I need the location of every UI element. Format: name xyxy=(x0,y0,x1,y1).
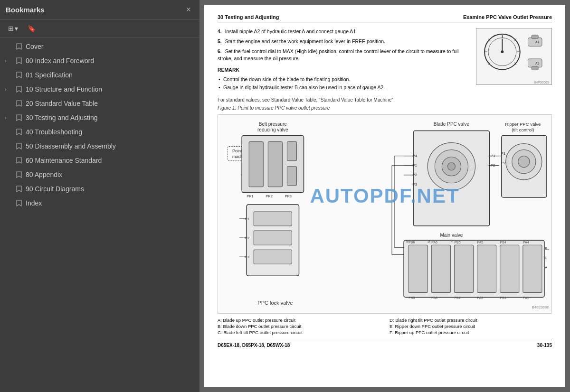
main-content: AUTOPDF.NET 30 Testing and Adjusting Exa… xyxy=(200,0,570,392)
svg-rect-70 xyxy=(408,245,428,292)
svg-text:PA4: PA4 xyxy=(523,241,529,244)
steps-row: 4. Install nipple A2 of hydraulic tester… xyxy=(218,28,552,93)
bookmark-item-50-disassembly[interactable]: 50 Disassembly and Assembly xyxy=(0,139,200,153)
bookmarks-sidebar: Bookmarks × ⊞ ▾ 🔖 Cover›00 Index and For… xyxy=(0,0,200,392)
bookmark-icon: 🔖 xyxy=(28,25,36,32)
figure-ref: For standard values, see Standard Value … xyxy=(218,97,552,103)
close-button[interactable]: × xyxy=(183,4,194,16)
bookmark-leaf-icon xyxy=(15,72,23,78)
step-5: 5. Start the engine and set the work equ… xyxy=(218,38,469,46)
gauge-svg: A1 A2 84P30569 xyxy=(476,28,551,84)
svg-text:Main valve: Main valve xyxy=(440,233,463,238)
legend-item: E: Ripper down PPC outlet pressure circu… xyxy=(390,324,552,329)
bookmark-item-30-testing[interactable]: ›30 Testing and Adjusting xyxy=(0,111,200,125)
bookmark-leaf-icon xyxy=(15,157,23,164)
step-4: 4. Install nipple A2 of hydraulic tester… xyxy=(218,28,469,36)
step-4-text: Install nipple A2 of hydraulic tester A … xyxy=(225,28,357,34)
svg-text:Belt pressure: Belt pressure xyxy=(259,122,287,127)
remark-1: Control the down side of the blade to th… xyxy=(218,76,469,83)
svg-text:PA6: PA6 xyxy=(431,241,437,244)
bookmark-leaf-icon xyxy=(15,86,23,93)
footer-right: 30-135 xyxy=(537,343,552,348)
bookmark-label-60-maintenance: 60 Maintenance Standard xyxy=(26,157,196,164)
bookmark-item-20-standard[interactable]: 20 Standard Value Table xyxy=(0,96,200,111)
svg-text:C: C xyxy=(545,256,548,260)
svg-text:A1: A1 xyxy=(535,40,540,44)
expand-arrow-icon: › xyxy=(5,86,12,92)
svg-text:PB3: PB3 xyxy=(408,296,415,299)
svg-rect-71 xyxy=(431,245,450,292)
remark-2: Gauge in digital hydraulic tester B can … xyxy=(218,84,469,91)
bookmark-leaf-icon xyxy=(15,100,23,107)
svg-text:PR3: PR3 xyxy=(285,194,292,198)
svg-text:P2: P2 xyxy=(501,161,506,165)
svg-text:B4023690: B4023690 xyxy=(532,305,549,309)
bookmark-item-40-trouble[interactable]: 40 Troubleshooting xyxy=(0,125,200,139)
steps-text: 4. Install nipple A2 of hydraulic tester… xyxy=(218,28,469,93)
bookmark-leaf-icon xyxy=(15,143,23,149)
pdf-header-left: 30 Testing and Adjusting xyxy=(218,14,279,20)
svg-point-10 xyxy=(501,50,504,53)
step-5-num: 5. xyxy=(218,38,222,44)
svg-rect-12 xyxy=(532,35,538,39)
bookmark-label-20-standard: 20 Standard Value Table xyxy=(26,100,196,107)
figure-caption: Figure 1: Point to measure PPC valve out… xyxy=(218,105,552,111)
svg-text:PA2: PA2 xyxy=(477,296,484,299)
bookmark-label-80-appendix: 80 Appendix xyxy=(26,171,196,178)
bookmark-item-index[interactable]: Index xyxy=(0,196,200,210)
sidebar-toolbar: ⊞ ▾ 🔖 xyxy=(0,20,200,37)
expand-all-button[interactable]: ⊞ ▾ xyxy=(5,23,21,34)
svg-point-65 xyxy=(518,156,530,168)
svg-text:PPC lock valve: PPC lock valve xyxy=(257,300,293,306)
svg-text:E: E xyxy=(545,246,547,251)
svg-rect-20 xyxy=(254,212,292,226)
gauge-image: A1 A2 84P30569 xyxy=(476,28,552,85)
step-6-num: 6. xyxy=(218,48,222,54)
svg-text:PB6: PB6 xyxy=(408,241,415,244)
bookmark-item-01-spec[interactable]: 01 Specification xyxy=(0,68,200,82)
bookmark-label-01-spec: 01 Specification xyxy=(26,71,196,79)
bookmark-item-10-structure[interactable]: ›10 Structure and Function xyxy=(0,82,200,96)
svg-text:P3: P3 xyxy=(412,182,417,187)
svg-text:PB4: PB4 xyxy=(500,241,506,244)
step-4-num: 4. xyxy=(218,28,222,34)
bookmark-label-cover: Cover xyxy=(26,43,196,50)
bookmark-label-30-testing: 30 Testing and Adjusting xyxy=(26,114,196,121)
sidebar-title: Bookmarks xyxy=(6,6,45,14)
svg-text:PR1: PR1 xyxy=(247,194,254,198)
bookmark-item-00-index[interactable]: ›00 Index and Foreword xyxy=(0,54,200,68)
svg-rect-36 xyxy=(249,142,263,187)
hydraulic-diagram-svg: PPC lock valve P1 P2 P3 Point of machine xyxy=(218,115,551,313)
svg-rect-21 xyxy=(254,231,292,245)
footer-left: D65EX-18, D65PX-18, D65WX-18 xyxy=(218,343,290,348)
svg-text:PB2: PB2 xyxy=(454,296,460,299)
svg-rect-14 xyxy=(532,66,538,70)
step-6-text: Set the fuel control dial to MAX (High i… xyxy=(218,48,459,62)
step-6: 6. Set the fuel control dial to MAX (Hig… xyxy=(218,48,469,63)
svg-text:PA5: PA5 xyxy=(477,241,484,244)
bookmark-item-60-maintenance[interactable]: 60 Maintenance Standard xyxy=(0,153,200,168)
svg-text:Blade PPC valve: Blade PPC valve xyxy=(434,122,470,127)
bookmark-label-90-circuit: 90 Circuit Diagrams xyxy=(26,185,196,193)
svg-text:84P30569: 84P30569 xyxy=(534,81,549,84)
bookmark-item-80-appendix[interactable]: 80 Appendix xyxy=(0,168,200,182)
svg-text:(tilt control): (tilt control) xyxy=(512,128,534,133)
bookmark-leaf-icon xyxy=(15,186,23,192)
legend-area: A: Blade up PPC outlet pressure circuitD… xyxy=(218,317,552,335)
svg-rect-37 xyxy=(268,142,282,187)
legend-item: D: Blade right tilt PPC outlet pressure … xyxy=(390,317,552,323)
svg-text:PR2: PR2 xyxy=(266,194,273,198)
svg-text:PB5: PB5 xyxy=(454,241,460,244)
legend-item: A: Blade up PPC outlet pressure circuit xyxy=(218,317,380,323)
bookmark-item-cover[interactable]: Cover xyxy=(0,39,200,54)
bookmark-label-index: Index xyxy=(26,199,196,207)
bookmark-leaf-icon xyxy=(15,129,23,135)
bookmark-item-90-circuit[interactable]: 90 Circuit Diagrams xyxy=(0,182,200,196)
svg-text:A2: A2 xyxy=(535,62,540,65)
bookmark-leaf-icon xyxy=(15,200,23,206)
bookmark-options-button[interactable]: 🔖 xyxy=(24,23,39,34)
svg-rect-74 xyxy=(500,245,519,292)
pdf-header: 30 Testing and Adjusting Examine PPC Val… xyxy=(218,14,552,22)
bookmark-label-00-index: 00 Index and Foreword xyxy=(26,57,196,65)
svg-text:PA1: PA1 xyxy=(523,296,529,299)
